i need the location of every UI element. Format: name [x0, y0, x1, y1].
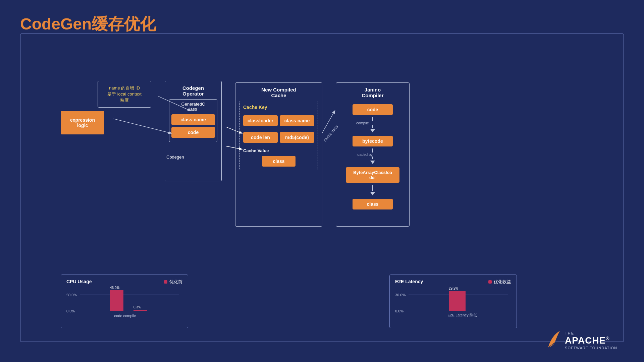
janino-title: Janino Compiler — [336, 87, 409, 98]
cpu-bar2-group: 0.3% — [133, 305, 147, 311]
classloader-box: classloader — [243, 115, 278, 126]
e2e-bar1-group: 29.2% — [449, 287, 466, 311]
md5-box: md5(code) — [280, 132, 314, 143]
apache-foundation: SOFTWARE FOUNDATION — [565, 346, 617, 350]
e2e-bar1 — [449, 291, 466, 311]
cpu-baseline — [80, 311, 179, 311]
cpu-chart-area: 50.0% 0.0% 46.0% 0.3% code compile — [66, 288, 182, 318]
cache-inner: Cache Key classloader class name code le… — [239, 101, 318, 170]
name-note-box: name 的自增 ID 基于 local context 粒度 — [98, 81, 151, 108]
apache-name: APACHE® — [565, 335, 617, 346]
cpu-bar2-label: 0.3% — [133, 305, 147, 309]
code-len-box: code len — [243, 132, 278, 143]
final-arrow — [370, 185, 375, 197]
svg-line-0 — [113, 119, 171, 133]
cpu-top-label: 50.0% — [66, 293, 77, 297]
cpu-chart-box: CPU Usage 优化前 50.0% 0.0% 46.0% 0.3% — [61, 275, 188, 328]
compile-arrow: compile — [366, 117, 379, 134]
loaded-by-arrow: loaded by — [365, 148, 381, 165]
cache-value-label: Cache Value — [243, 148, 314, 153]
cpu-bar1-label: 46.0% — [110, 286, 123, 290]
e2e-x-label: E2E Latency 降低 — [429, 313, 496, 318]
cpu-x-label: code compile — [100, 314, 150, 318]
apache-the: THE — [565, 331, 617, 335]
cpu-bar1 — [110, 290, 123, 311]
e2e-top-label: 30.0% — [395, 293, 406, 297]
janino-items: code compile bytecode loaded by ByteArra… — [336, 100, 409, 214]
class-name-box: class name — [280, 115, 314, 126]
janino-code-box: code — [353, 104, 393, 115]
cpu-bar2 — [133, 310, 147, 311]
compile-label: compile — [356, 121, 369, 125]
loaded-by-label: loaded by — [357, 153, 373, 157]
generated-class-label: GeneratedC lass — [171, 102, 215, 112]
janino-class-box: class — [353, 199, 393, 209]
page-title: CodeGen缓存优化 — [20, 13, 156, 35]
e2e-legend: 优化收益 — [488, 279, 511, 285]
codegen-class-name-box: class name — [171, 114, 215, 125]
expression-logic-box: expression logic — [61, 111, 104, 134]
cache-title: New Compiled Cache — [235, 87, 322, 98]
apache-feather-icon — [545, 329, 561, 352]
e2e-chart-box: E2E Latency 优化收益 30.0% 0.0% 29.2% E2E La… — [389, 275, 517, 328]
janino-box: Janino Compiler code compile bytecode lo… — [336, 82, 410, 227]
codegen-operator-box: Codegen Operator GeneratedC lass class n… — [165, 81, 222, 181]
main-box: expression logic name 的自增 ID 基于 local co… — [20, 34, 624, 342]
codegen-code-box: code — [171, 127, 215, 138]
apache-logo: THE APACHE® SOFTWARE FOUNDATION — [545, 329, 617, 352]
cpu-top-line — [80, 295, 179, 295]
cpu-legend: 优化前 — [164, 279, 182, 285]
janino-loader-box: ByteArrayClassloa der — [346, 167, 399, 183]
cpu-bar1-group: 46.0% — [110, 286, 123, 311]
cache-class-box: class — [262, 156, 296, 167]
codegen-op-title: Codegen Operator — [165, 85, 221, 97]
e2e-legend-dot — [488, 280, 492, 284]
cpu-chart-title: CPU Usage — [66, 279, 92, 284]
cpu-bottom-label: 0.0% — [66, 309, 75, 313]
cache-box: New Compiled Cache Cache Key classloader… — [235, 82, 322, 227]
e2e-chart-area: 30.0% 0.0% 29.2% E2E Latency 降低 — [395, 288, 511, 318]
cache-key-grid: classloader class name code len md5(code… — [243, 113, 314, 145]
e2e-bottom-label: 0.0% — [395, 309, 404, 313]
apache-text: THE APACHE® SOFTWARE FOUNDATION — [565, 331, 617, 350]
e2e-bar1-label: 29.2% — [449, 287, 466, 290]
janino-bytecode-box: bytecode — [353, 136, 393, 146]
codegen-inner-box: GeneratedC lass class name code — [169, 99, 217, 142]
cache-key-label: Cache Key — [243, 105, 314, 110]
e2e-chart-title: E2E Latency — [395, 279, 423, 284]
cpu-legend-dot — [164, 280, 167, 284]
